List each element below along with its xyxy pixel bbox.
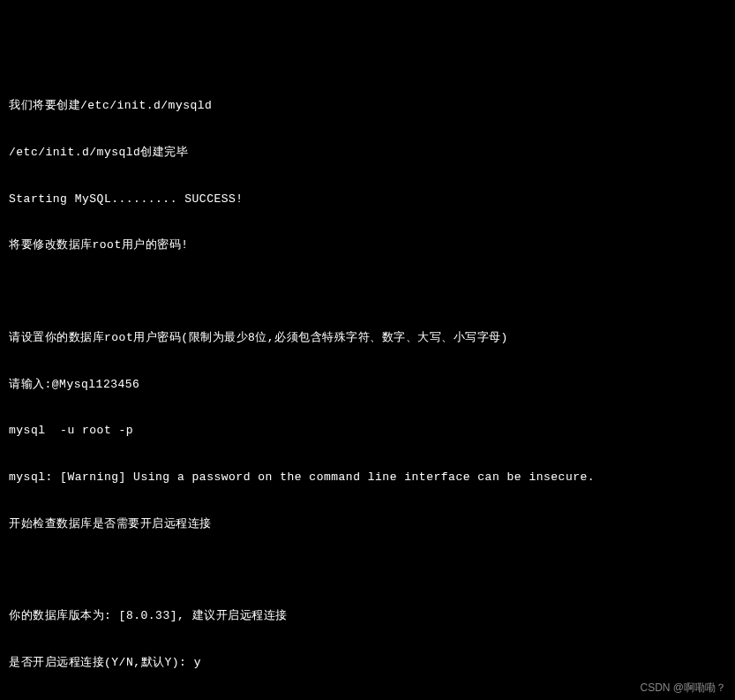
terminal-line: 我们将要创建/etc/init.d/mysqld (9, 98, 726, 114)
blank-line (9, 562, 726, 577)
watermark: CSDN @啊嘞嘞？ (640, 681, 726, 695)
terminal-line: mysql: [Warning] Using a password on the… (9, 470, 726, 485)
terminal-line: 请设置你的数据库root用户密码(限制为最少8位,必须包含特殊字符、数字、大写、… (9, 330, 726, 346)
terminal-line: mysql -u root -p (9, 423, 726, 439)
blank-line (9, 284, 726, 299)
terminal-line: 将要修改数据库root用户的密码! (9, 237, 726, 253)
terminal-line: 请输入:@Mysql123456 (9, 377, 726, 393)
terminal-line: /etc/init.d/mysqld创建完毕 (9, 145, 726, 161)
terminal-line: 是否开启远程连接(Y/N,默认Y): y (9, 655, 726, 671)
terminal-line: 开始检查数据库是否需要开启远程连接 (9, 516, 726, 532)
terminal-line: Starting MySQL......... SUCCESS! (9, 192, 726, 207)
terminal-output: 我们将要创建/etc/init.d/mysqld /etc/init.d/mys… (9, 67, 726, 700)
terminal-line: 你的数据库版本为: [8.0.33], 建议开启远程连接 (9, 608, 726, 624)
